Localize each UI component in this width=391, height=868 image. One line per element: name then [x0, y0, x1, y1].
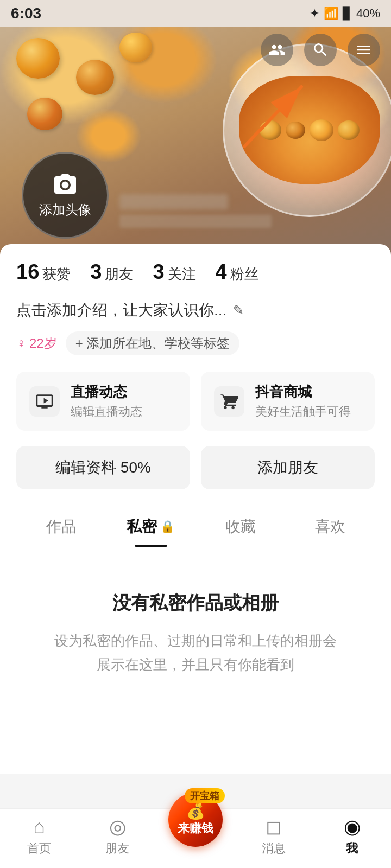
nav-friends[interactable]: ◎ 朋友 [78, 815, 156, 857]
live-card-sub: 编辑直播动态 [71, 404, 142, 420]
gender-icon: ♀ [16, 336, 26, 351]
username-blur [119, 194, 228, 209]
arrow-annotation [217, 60, 326, 168]
earn-badge: 开宝箱 [185, 788, 225, 803]
search-button[interactable] [304, 34, 337, 66]
tab-likes[interactable]: 喜欢 [285, 506, 375, 547]
nav-home[interactable]: ⌂ 首页 [0, 815, 78, 857]
cover-top-icons [261, 34, 380, 66]
avatar-label: 添加头像 [39, 201, 91, 219]
battery-text: 40% [356, 7, 380, 21]
svg-line-1 [244, 87, 301, 146]
feature-card-live[interactable]: 直播动态 编辑直播动态 [16, 372, 190, 431]
tab-favorites-label: 收藏 [225, 516, 256, 537]
shop-card-title: 抖音商城 [255, 382, 351, 401]
username-id-blur [119, 215, 272, 228]
earn-btn-label: 来赚钱 [178, 820, 213, 837]
avatar-area[interactable]: 添加头像 [22, 152, 109, 239]
tab-works[interactable]: 作品 [16, 506, 106, 547]
menu-button[interactable] [348, 34, 380, 66]
cart-icon [220, 392, 238, 411]
add-friend-button[interactable]: 添加朋友 [201, 446, 375, 489]
nav-me[interactable]: ◉ 我 [313, 815, 391, 857]
home-icon: ⌂ [33, 815, 45, 838]
tab-favorites[interactable]: 收藏 [195, 506, 285, 547]
nav-home-label: 首页 [27, 840, 51, 857]
signal-icon: ▊ [343, 7, 352, 21]
nav-messages-label: 消息 [262, 840, 286, 857]
tabs-row: 作品 私密 🔒 收藏 喜欢 [0, 506, 391, 547]
action-buttons: 编辑资料 50% 添加朋友 [16, 446, 375, 489]
people-button[interactable] [261, 34, 293, 66]
status-bar: 6:03 ✦ 📶 ▊ 40% [0, 0, 391, 27]
feature-card-shop[interactable]: 抖音商城 美好生活触手可得 [201, 372, 375, 431]
stat-following-label: 关注 [168, 265, 196, 284]
friends-icon: ◎ [109, 815, 126, 838]
stat-friends-label: 朋友 [105, 265, 133, 284]
avatar-circle[interactable]: 添加头像 [22, 152, 109, 239]
age-text: 22岁 [29, 335, 57, 352]
add-tag-label: + 添加所在地、学校等标签 [75, 335, 230, 352]
tab-private-label: 私密 [127, 516, 157, 537]
tab-works-label: 作品 [46, 516, 77, 537]
earn-btn[interactable]: 开宝箱 💰 来赚钱 [166, 793, 225, 852]
stat-friends[interactable]: 3 朋友 [90, 260, 133, 284]
nav-earn[interactable]: 开宝箱 💰 来赚钱 [156, 820, 235, 852]
camera-icon [52, 172, 78, 198]
bio-row[interactable]: 点击添加介绍，让大家认识你... ✎ [16, 300, 375, 321]
empty-title: 没有私密作品或相册 [49, 591, 342, 616]
live-card-text: 直播动态 编辑直播动态 [71, 382, 142, 420]
shop-card-sub: 美好生活触手可得 [255, 404, 351, 420]
stat-following-num: 3 [153, 260, 164, 284]
tab-private[interactable]: 私密 🔒 [106, 506, 195, 547]
live-card-title: 直播动态 [71, 382, 142, 401]
feature-cards: 直播动态 编辑直播动态 抖音商城 美好生活触手可得 [16, 372, 375, 431]
earn-coin-icon: 💰 [186, 802, 205, 820]
lock-icon: 🔒 [160, 520, 175, 534]
stat-followers[interactable]: 4 粉丝 [216, 260, 258, 284]
stat-likes-label: 获赞 [42, 265, 71, 284]
menu-icon [355, 41, 373, 59]
edit-bio-icon[interactable]: ✎ [233, 303, 244, 318]
stat-following[interactable]: 3 关注 [153, 260, 195, 284]
profile-section: 16 获赞 3 朋友 3 关注 4 粉丝 点击添加介绍，让大家认识你... ✎ … [0, 244, 391, 774]
people-icon [268, 41, 286, 59]
empty-desc: 设为私密的作品、过期的日常和上传的相册会展示在这里，并且只有你能看到 [49, 629, 342, 676]
stat-followers-num: 4 [216, 260, 227, 284]
stats-row: 16 获赞 3 朋友 3 关注 4 粉丝 [16, 260, 375, 284]
shop-icon-container [214, 386, 244, 417]
status-icons: ✦ 📶 ▊ 40% [310, 7, 380, 21]
me-icon: ◉ [344, 815, 361, 838]
live-icon-container [29, 386, 60, 417]
cover-area: 添加头像 [0, 27, 391, 255]
bluetooth-icon: ✦ [310, 7, 319, 21]
nav-me-label: 我 [346, 840, 358, 857]
fruit-decoration [27, 98, 62, 130]
fruit-decoration [16, 38, 60, 79]
add-tag-button[interactable]: + 添加所在地、学校等标签 [66, 331, 240, 355]
bio-text: 点击添加介绍，让大家认识你... [16, 300, 226, 321]
empty-state: 没有私密作品或相册 设为私密的作品、过期的日常和上传的相册会展示在这里，并且只有… [16, 547, 375, 709]
messages-icon: ◻ [266, 815, 282, 838]
tv-icon [35, 392, 54, 411]
status-time: 6:03 [11, 5, 41, 22]
fruit-decoration [76, 60, 114, 95]
wifi-icon: 📶 [324, 7, 338, 21]
username-area [119, 194, 380, 228]
stat-likes[interactable]: 16 获赞 [16, 260, 71, 284]
earn-btn-circle: 开宝箱 💰 来赚钱 [168, 793, 223, 847]
tags-row: ♀ 22岁 + 添加所在地、学校等标签 [16, 331, 375, 355]
bottom-spacer [16, 709, 375, 774]
shop-card-text: 抖音商城 美好生活触手可得 [255, 382, 351, 420]
nav-friends-label: 朋友 [105, 840, 129, 857]
bottom-nav: ⌂ 首页 ◎ 朋友 开宝箱 💰 来赚钱 ◻ 消息 ◉ 我 [0, 808, 391, 868]
edit-profile-button[interactable]: 编辑资料 50% [16, 446, 190, 489]
stat-followers-label: 粉丝 [230, 265, 258, 284]
nav-messages[interactable]: ◻ 消息 [235, 815, 313, 857]
stat-likes-num: 16 [16, 260, 39, 284]
search-icon [312, 41, 329, 59]
stat-friends-num: 3 [90, 260, 102, 284]
fruit-decoration [119, 33, 152, 62]
fruit [338, 120, 360, 140]
tab-likes-label: 喜欢 [315, 516, 345, 537]
